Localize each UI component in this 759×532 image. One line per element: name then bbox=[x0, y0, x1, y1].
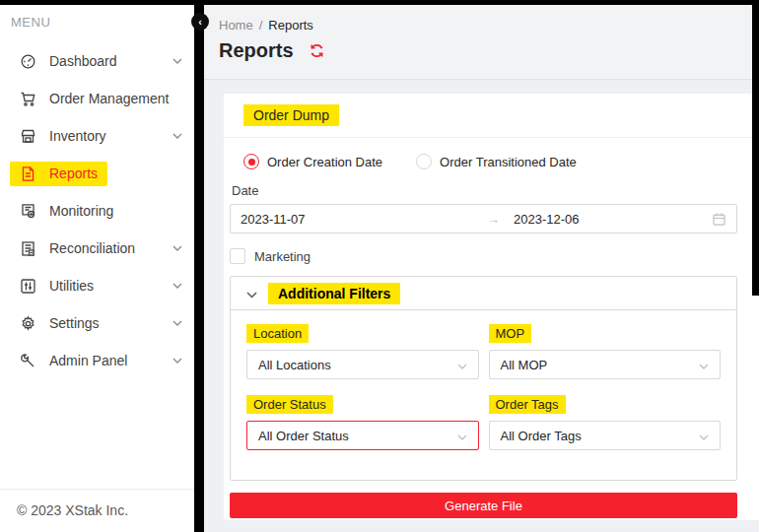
sidebar-item-reconciliation[interactable]: Reconciliation bbox=[0, 230, 194, 267]
menu-label: MENU bbox=[0, 5, 194, 30]
date-range-picker[interactable]: 2023-11-07 → 2023-12-06 bbox=[230, 204, 737, 233]
sidebar-item-label: Admin Panel bbox=[49, 353, 127, 368]
sidebar-item-label: Inventory bbox=[49, 128, 106, 144]
chevron-down-icon bbox=[699, 429, 709, 443]
sidebar-item-label: Order Management bbox=[49, 91, 169, 106]
chevron-down-icon bbox=[172, 358, 182, 364]
bank-icon bbox=[20, 240, 36, 257]
sidebar: MENU Dashboard Order Management bbox=[0, 5, 194, 532]
chevron-down-icon bbox=[172, 133, 182, 139]
sidebar-item-label: Reports bbox=[49, 166, 98, 181]
breadcrumb-current: Reports bbox=[268, 18, 313, 33]
cart-icon bbox=[20, 91, 36, 107]
generate-file-button[interactable]: Generate File bbox=[230, 493, 737, 518]
breadcrumb-home-link[interactable]: Home bbox=[219, 18, 253, 33]
sliders-icon bbox=[20, 278, 36, 295]
date-range-start[interactable]: 2023-11-07 bbox=[241, 212, 487, 227]
order-status-label: Order Status bbox=[246, 395, 333, 414]
sidebar-item-label: Settings bbox=[49, 315, 100, 331]
sidebar-item-dashboard[interactable]: Dashboard bbox=[0, 42, 194, 80]
sidebar-item-reports[interactable]: Reports bbox=[0, 155, 194, 192]
radio-unselected-icon bbox=[416, 154, 432, 169]
chevron-down-icon bbox=[172, 245, 182, 251]
date-range-end[interactable]: 2023-12-06 bbox=[514, 212, 580, 227]
order-tags-label: Order Tags bbox=[489, 395, 566, 414]
order-dump-card: Order Dump Order Creation Date Order Tra… bbox=[224, 94, 759, 520]
sidebar-item-order-management[interactable]: Order Management bbox=[0, 80, 194, 117]
additional-filters-panel: Additional Filters Location All Location… bbox=[230, 276, 737, 481]
marketing-checkbox[interactable]: Marketing bbox=[230, 248, 737, 264]
order-tags-select[interactable]: All Order Tags bbox=[489, 421, 722, 450]
mop-field: MOP All MOP bbox=[489, 324, 722, 379]
radio-selected-icon bbox=[243, 154, 259, 169]
page-title: Reports bbox=[219, 39, 294, 62]
sidebar-item-settings[interactable]: Settings bbox=[0, 304, 194, 342]
report-file-icon bbox=[20, 166, 36, 182]
calendar-icon[interactable] bbox=[712, 212, 726, 227]
sidebar-item-monitoring[interactable]: Monitoring bbox=[0, 192, 194, 230]
chevron-down-icon bbox=[172, 320, 182, 326]
tool-icon bbox=[20, 353, 36, 369]
location-label: Location bbox=[246, 324, 309, 343]
sidebar-item-label: Monitoring bbox=[49, 203, 113, 219]
refresh-icon[interactable] bbox=[309, 42, 325, 59]
date-type-radio-group: Order Creation Date Order Transitioned D… bbox=[243, 154, 737, 169]
back-arrow-icon: ‹ bbox=[198, 16, 202, 28]
mop-label: MOP bbox=[489, 324, 532, 343]
dashboard-icon bbox=[20, 53, 36, 70]
shop-icon bbox=[20, 128, 36, 145]
content-area: Order Dump Order Creation Date Order Tra… bbox=[204, 80, 759, 532]
order-tags-field: Order Tags All Order Tags bbox=[489, 395, 722, 450]
mop-select[interactable]: All MOP bbox=[489, 350, 722, 379]
monitoring-icon bbox=[20, 203, 36, 220]
additional-filters-toggle[interactable]: Additional Filters bbox=[231, 277, 736, 310]
breadcrumb: Home / Reports bbox=[204, 5, 759, 33]
gear-icon bbox=[20, 315, 36, 332]
sidebar-item-label: Utilities bbox=[49, 278, 94, 294]
sidebar-nav: Dashboard Order Management Inventory bbox=[0, 42, 194, 379]
sidebar-item-inventory[interactable]: Inventory bbox=[0, 117, 194, 155]
additional-filters-title: Additional Filters bbox=[268, 283, 400, 304]
sidebar-item-label: Reconciliation bbox=[49, 240, 135, 256]
chevron-down-icon bbox=[699, 358, 709, 372]
order-status-select[interactable]: All Order Status bbox=[246, 421, 479, 450]
breadcrumb-separator: / bbox=[259, 18, 263, 33]
copyright-text: © 2023 XStak Inc. bbox=[0, 489, 194, 532]
range-arrow-icon: → bbox=[487, 212, 500, 227]
sidebar-divider-strip bbox=[194, 0, 204, 532]
order-status-field: Order Status All Order Status bbox=[246, 395, 479, 450]
chevron-down-icon bbox=[457, 429, 467, 443]
page-header: ‹ Home / Reports Reports bbox=[204, 5, 759, 80]
chevron-down-icon bbox=[246, 285, 257, 302]
checkbox-icon bbox=[230, 248, 245, 264]
main-area: ‹ Home / Reports Reports Order Dump bbox=[204, 5, 759, 532]
sidebar-item-admin-panel[interactable]: Admin Panel bbox=[0, 342, 194, 379]
location-field: Location All Locations bbox=[246, 324, 479, 379]
chevron-down-icon bbox=[172, 58, 182, 64]
radio-order-creation-date[interactable]: Order Creation Date bbox=[243, 154, 382, 169]
sidebar-item-label: Dashboard bbox=[49, 53, 117, 69]
sidebar-collapse-button[interactable]: ‹ bbox=[191, 13, 209, 31]
card-title: Order Dump bbox=[243, 104, 339, 126]
location-select[interactable]: All Locations bbox=[246, 350, 479, 379]
date-label: Date bbox=[232, 183, 737, 198]
sidebar-item-utilities[interactable]: Utilities bbox=[0, 267, 194, 304]
right-edge-strip bbox=[752, 0, 759, 296]
card-header: Order Dump bbox=[224, 94, 759, 138]
chevron-down-icon bbox=[172, 283, 182, 289]
radio-order-transitioned-date[interactable]: Order Transitioned Date bbox=[416, 154, 577, 169]
chevron-down-icon bbox=[457, 358, 467, 372]
